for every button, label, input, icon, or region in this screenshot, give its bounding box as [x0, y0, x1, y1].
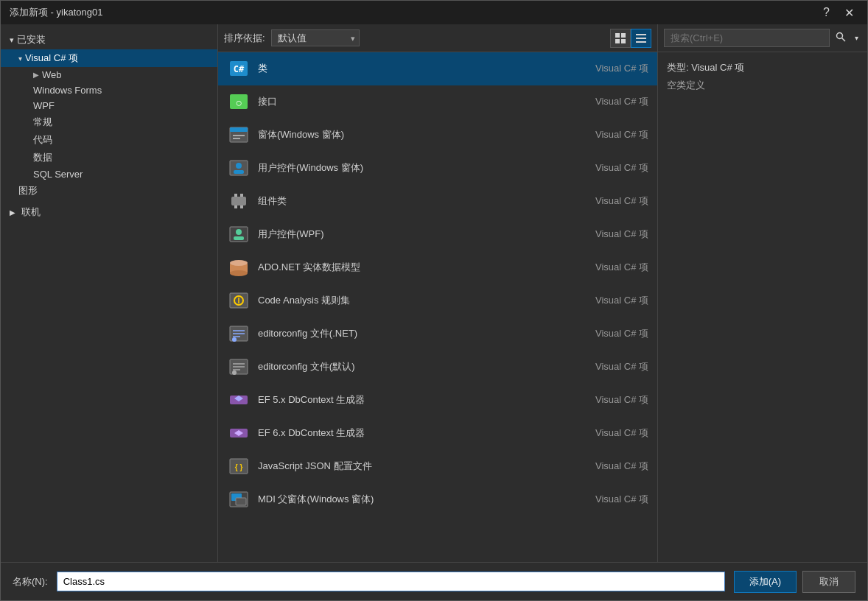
svg-point-49 [837, 33, 843, 39]
item-type: Visual C# 项 [589, 294, 648, 307]
visual-cs-label: Visual C# 项 [25, 52, 78, 65]
svg-text:{ }: { } [235, 463, 243, 471]
web-label: Web [42, 69, 62, 80]
item-type: Visual C# 项 [589, 128, 648, 141]
sidebar-item-general[interactable]: 常规 [1, 113, 217, 131]
item-icon [227, 289, 251, 312]
sort-dropdown[interactable]: 默认值 名称 类型 [271, 29, 360, 46]
sidebar-item-web[interactable]: ▶ Web [1, 67, 217, 82]
item-name: 类 [258, 62, 589, 75]
left-panel: ▾ 已安装 ▾ Visual C# 项 ▶ Web Windows Forms … [1, 24, 218, 562]
list-item[interactable]: { } JavaScript JSON 配置文件 Visual C# 项 [218, 450, 657, 483]
content-area: ▾ 已安装 ▾ Visual C# 项 ▶ Web Windows Forms … [1, 24, 867, 562]
svg-point-41 [232, 370, 237, 375]
sidebar-item-code[interactable]: 代码 [1, 131, 217, 149]
svg-rect-19 [234, 194, 237, 197]
list-item[interactable]: EF 6.x DbContext 生成器 Visual C# 项 [218, 417, 657, 450]
view-buttons [610, 29, 651, 48]
list-item[interactable]: editorconfig 文件(默认) Visual C# 项 [218, 351, 657, 384]
list-item[interactable]: MDI 父窗体(Windows 窗体) Visual C# 项 [218, 483, 657, 516]
installed-label: 已安装 [17, 33, 46, 46]
svg-rect-5 [636, 38, 646, 39]
sidebar-item-data[interactable]: 数据 [1, 149, 217, 166]
item-icon [227, 488, 251, 511]
item-type: Visual C# 项 [589, 228, 648, 241]
list-item[interactable]: 用户控件(WPF) Visual C# 项 [218, 218, 657, 251]
item-type: Visual C# 项 [589, 426, 648, 440]
sidebar-item-graphics[interactable]: 图形 [1, 182, 217, 200]
svg-point-16 [236, 163, 242, 169]
help-button[interactable]: ? [819, 4, 834, 21]
search-input[interactable] [664, 29, 830, 47]
list-item[interactable]: C# 类 Visual C# 项 [218, 52, 657, 85]
add-button[interactable]: 添加(A) [734, 571, 797, 593]
svg-rect-21 [234, 205, 237, 208]
list-item[interactable]: 窗体(Windows 窗体) Visual C# 项 [218, 119, 657, 152]
item-name: EF 6.x DbContext 生成器 [258, 426, 589, 440]
visual-cs-arrow-icon: ▾ [18, 55, 22, 63]
web-arrow-icon: ▶ [33, 71, 39, 79]
svg-point-27 [230, 260, 248, 266]
sidebar-item-sql-server[interactable]: SQL Server [1, 166, 217, 182]
list-item[interactable]: ◯ 接口 Visual C# 项 [218, 85, 657, 119]
online-section-header[interactable]: ▶ 联机 [1, 203, 217, 222]
item-name: 用户控件(Windows 窗体) [258, 161, 589, 175]
svg-point-36 [232, 337, 237, 342]
search-button[interactable] [833, 30, 849, 46]
svg-rect-22 [240, 205, 243, 208]
sort-label: 排序依据: [224, 32, 265, 45]
item-name: 接口 [258, 95, 589, 108]
list-item[interactable]: 组件类 Visual C# 项 [218, 185, 657, 218]
data-label: 数据 [33, 152, 52, 163]
svg-rect-1 [621, 33, 626, 38]
right-info-area: 类型: Visual C# 项 空类定义 [658, 52, 867, 562]
items-list[interactable]: C# 类 Visual C# 项 ◯ 接口 Visual C# 项 窗体(Win… [218, 52, 657, 562]
item-type: Visual C# 项 [589, 327, 648, 340]
item-icon [227, 189, 251, 213]
svg-rect-20 [240, 194, 243, 197]
list-item[interactable]: Code Analysis 规则集 Visual C# 项 [218, 284, 657, 317]
title-bar-buttons: ? ✕ [819, 4, 858, 21]
right-panel: ▾ 类型: Visual C# 项 空类定义 [657, 24, 867, 562]
svg-rect-0 [615, 33, 620, 38]
svg-rect-48 [236, 498, 246, 505]
sidebar-item-wpf[interactable]: WPF [1, 98, 217, 113]
graphics-label: 图形 [18, 185, 38, 196]
list-item[interactable]: ADO.NET 实体数据模型 Visual C# 项 [218, 251, 657, 284]
list-item[interactable]: editorconfig 文件(.NET) Visual C# 项 [218, 317, 657, 351]
sidebar-item-windows-forms[interactable]: Windows Forms [1, 82, 217, 98]
svg-rect-18 [231, 197, 246, 205]
item-icon [227, 322, 251, 345]
svg-point-24 [236, 229, 242, 235]
grid-view-button[interactable] [610, 29, 631, 48]
cancel-button[interactable]: 取消 [802, 571, 855, 593]
svg-rect-14 [233, 138, 240, 139]
search-dropdown-button[interactable]: ▾ [852, 32, 861, 43]
svg-text:C#: C# [234, 64, 245, 74]
sort-dropdown-wrap: 默认值 名称 类型 [271, 29, 360, 46]
svg-point-28 [230, 270, 248, 276]
item-type: Visual C# 项 [589, 460, 648, 473]
svg-rect-4 [636, 34, 646, 35]
item-name: 组件类 [258, 194, 589, 208]
svg-text:◯: ◯ [237, 98, 242, 108]
item-name: MDI 父窗体(Windows 窗体) [258, 493, 589, 506]
wpf-label: WPF [33, 100, 55, 111]
item-type: Visual C# 项 [589, 493, 648, 506]
item-name: editorconfig 文件(.NET) [258, 327, 589, 340]
name-label: 名称(N): [13, 575, 48, 588]
dialog: 添加新项 - yikatong01 ? ✕ ▾ 已安装 ▾ Visual C# … [0, 0, 868, 601]
installed-section-header[interactable]: ▾ 已安装 [1, 30, 217, 49]
close-button[interactable]: ✕ [840, 4, 858, 21]
item-type: Visual C# 项 [589, 261, 648, 274]
svg-rect-3 [621, 39, 626, 43]
item-name: editorconfig 文件(默认) [258, 360, 589, 373]
windows-forms-label: Windows Forms [33, 85, 102, 96]
item-icon: ◯ [227, 90, 251, 113]
name-input[interactable] [57, 572, 725, 591]
sql-server-label: SQL Server [33, 169, 83, 180]
list-item[interactable]: 用户控件(Windows 窗体) Visual C# 项 [218, 152, 657, 185]
list-item[interactable]: EF 5.x DbContext 生成器 Visual C# 项 [218, 384, 657, 417]
list-view-button[interactable] [631, 29, 651, 48]
sidebar-item-visual-cs[interactable]: ▾ Visual C# 项 [1, 49, 217, 67]
